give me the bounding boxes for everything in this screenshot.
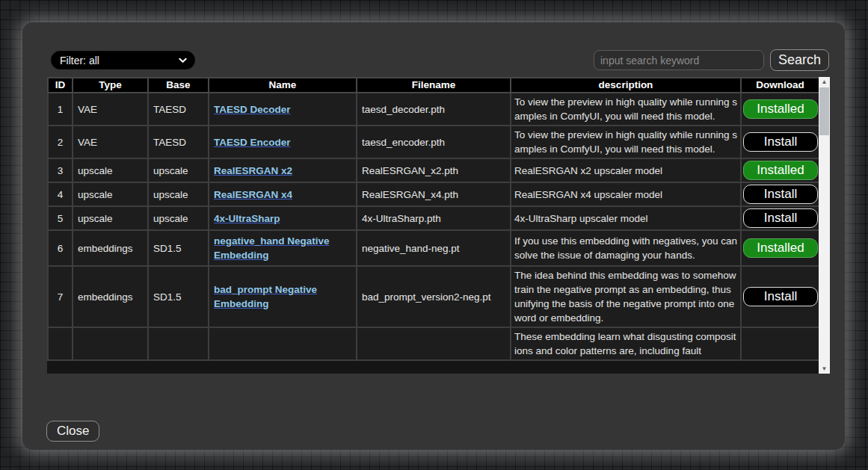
filter-select[interactable]: Filter: all (51, 51, 195, 69)
cell-download: Install (741, 206, 819, 230)
install-models-dialog: Filter: all Search IDTypeBaseNameFilenam… (22, 22, 845, 450)
cell-description: RealESRGAN x2 upscaler model (511, 158, 741, 182)
cell-base: SD1.5 (148, 266, 209, 327)
cell-download: Install (741, 266, 819, 327)
model-name-link[interactable]: TAESD Encoder (214, 137, 291, 148)
table-row: These embedding learn what disgusting co… (48, 327, 819, 360)
cell-name: bad_prompt Negative Embedding (209, 266, 357, 327)
table-row: 5 upscale upscale 4x-UltraSharp 4x-Ultra… (48, 206, 819, 230)
cell-base: upscale (148, 182, 209, 206)
cell-base: upscale (148, 206, 209, 230)
cell-name: RealESRGAN x4 (209, 182, 357, 206)
install-button[interactable]: Install (743, 185, 818, 204)
table-row: 6 embeddings SD1.5 negative_hand Negativ… (48, 230, 819, 266)
model-name-link[interactable]: bad_prompt Negative Embedding (214, 284, 317, 309)
cell-download: Installed (741, 158, 819, 182)
cell-id: 1 (48, 93, 73, 126)
install-button[interactable]: Install (743, 287, 818, 306)
models-table-container: IDTypeBaseNameFilenamedescriptionDownloa… (47, 77, 819, 374)
scrollbar-down-arrow-icon[interactable]: ▼ (819, 364, 830, 374)
cell-id (48, 327, 73, 360)
cell-id: 5 (48, 206, 73, 230)
table-row: 3 upscale upscale RealESRGAN x2 RealESRG… (48, 158, 819, 182)
comfyui-canvas: { "dialog": { "filter": { "selected": "F… (0, 0, 868, 470)
table-row: 1 VAE TAESD TAESD Decoder taesd_decoder.… (48, 93, 819, 126)
cell-base: TAESD (148, 126, 209, 158)
cell-type: embeddings (73, 230, 148, 266)
cell-filename: negative_hand-neg.pt (357, 230, 511, 266)
cell-description: The idea behind this embedding was to so… (511, 266, 741, 327)
cell-description: 4x-UltraSharp upscaler model (511, 206, 741, 230)
cell-name: 4x-UltraSharp (209, 206, 357, 230)
chevron-down-icon (179, 58, 187, 64)
install-button[interactable]: Install (743, 132, 818, 152)
cell-type: embeddings (73, 266, 148, 327)
installed-button[interactable]: Installed (743, 238, 818, 258)
cell-download: Installed (741, 230, 819, 266)
model-name-link[interactable]: TAESD Decoder (214, 104, 291, 115)
cell-description: These embedding learn what disgusting co… (511, 327, 741, 360)
model-name-link[interactable]: 4x-UltraSharp (214, 213, 280, 224)
cell-filename: taesd_decoder.pth (357, 93, 511, 126)
cell-type (73, 327, 148, 360)
scrollbar-up-arrow-icon[interactable]: ▲ (819, 77, 830, 87)
cell-name: negative_hand Negative Embedding (209, 230, 357, 266)
cell-filename: bad_prompt_version2-neg.pt (357, 266, 511, 327)
cell-download: Install (741, 126, 819, 158)
cell-filename: taesd_encoder.pth (357, 126, 511, 158)
model-name-link[interactable]: RealESRGAN x4 (214, 189, 292, 200)
cell-id: 2 (48, 126, 73, 158)
install-button[interactable]: Install (743, 208, 818, 228)
cell-id: 7 (48, 266, 73, 327)
cell-base: TAESD (148, 93, 209, 126)
column-header-base: Base (148, 78, 209, 93)
table-row: 4 upscale upscale RealESRGAN x4 RealESRG… (48, 182, 819, 206)
table-scrollbar[interactable]: ▲ ▼ (819, 77, 830, 374)
table-row: 2 VAE TAESD TAESD Encoder taesd_encoder.… (48, 126, 819, 158)
column-header-type: Type (73, 78, 148, 93)
cell-filename: RealESRGAN_x2.pth (357, 158, 511, 182)
cell-type: VAE (73, 93, 148, 126)
cell-name: TAESD Encoder (209, 126, 357, 158)
cell-description: To view the preview in high quality whil… (511, 93, 741, 126)
cell-filename: RealESRGAN_x4.pth (357, 182, 511, 206)
cell-name (209, 327, 357, 360)
installed-button[interactable]: Installed (743, 161, 818, 180)
cell-download: Install (741, 182, 819, 206)
column-header-filename: Filename (357, 78, 511, 93)
column-header-description: description (511, 78, 741, 93)
model-name-link[interactable]: RealESRGAN x2 (214, 165, 292, 176)
table-row: 7 embeddings SD1.5 bad_prompt Negative E… (48, 266, 819, 327)
cell-type: upscale (73, 206, 148, 230)
models-table: IDTypeBaseNameFilenamedescriptionDownloa… (47, 77, 819, 361)
table-header-row: IDTypeBaseNameFilenamedescriptionDownloa… (48, 78, 819, 93)
installed-button[interactable]: Installed (743, 99, 818, 119)
cell-download: Installed (741, 93, 819, 126)
table-body: 1 VAE TAESD TAESD Decoder taesd_decoder.… (48, 93, 819, 360)
search-button[interactable]: Search (770, 49, 829, 71)
column-header-download: Download (741, 78, 819, 93)
filter-selected-label: Filter: all (60, 55, 99, 67)
cell-type: upscale (73, 158, 148, 182)
scrollbar-thumb[interactable] (819, 87, 829, 135)
cell-id: 4 (48, 182, 73, 206)
cell-filename: 4x-UltraSharp.pth (357, 206, 511, 230)
cell-description: If you use this embedding with negatives… (511, 230, 741, 266)
cell-name: RealESRGAN x2 (209, 158, 357, 182)
cell-download (741, 327, 819, 360)
cell-type: upscale (73, 182, 148, 206)
cell-filename (357, 327, 511, 360)
cell-description: RealESRGAN x4 upscaler model (511, 182, 741, 206)
model-name-link[interactable]: negative_hand Negative Embedding (214, 235, 330, 261)
cell-id: 3 (48, 158, 73, 182)
cell-description: To view the preview in high quality whil… (511, 126, 741, 158)
column-header-name: Name (209, 78, 357, 93)
cell-base: SD1.5 (148, 230, 209, 266)
cell-name: TAESD Decoder (209, 93, 357, 126)
column-header-id: ID (48, 78, 73, 93)
search-input[interactable] (594, 50, 764, 70)
close-button[interactable]: Close (46, 421, 99, 442)
cell-id: 6 (48, 230, 73, 266)
cell-type: VAE (73, 126, 148, 158)
cell-base (148, 327, 209, 360)
